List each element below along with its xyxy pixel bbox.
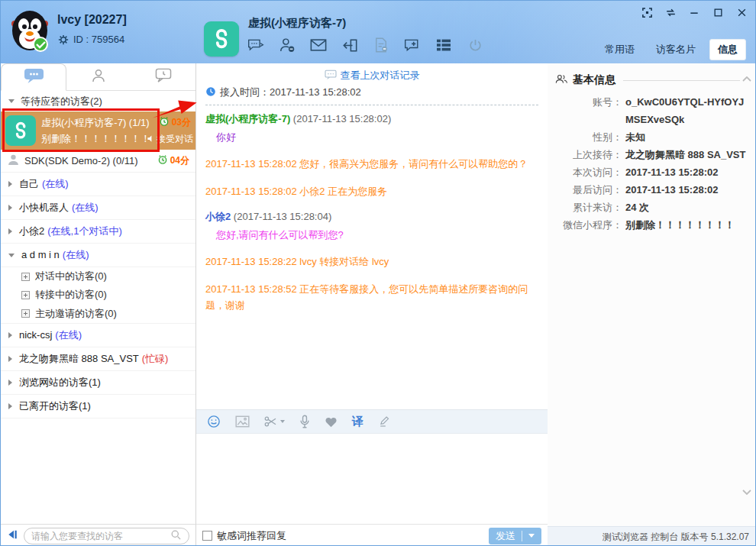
sidebar-item-transferring[interactable]: 转接中的访客(0) xyxy=(1,286,195,304)
chevron-up-icon[interactable] xyxy=(742,73,751,84)
pencil-icon[interactable] xyxy=(378,415,391,428)
sensitive-words-label: 敏感词推荐回复 xyxy=(217,529,286,543)
sidebar-group-left[interactable]: 已离开的访客(1) xyxy=(1,395,195,418)
view-history-label: 查看上次对话记录 xyxy=(341,69,420,82)
plus-box-icon[interactable] xyxy=(21,291,30,299)
sidebar-item-in-conversation[interactable]: 对话中的访客(0) xyxy=(1,267,195,286)
sidebar-tabs xyxy=(1,63,195,91)
sidebar-group-dragon[interactable]: 龙之吻舞黑暗 888 SA_VST(忙碌) xyxy=(1,347,195,371)
visitor-title: 虚拟(小程序访客-7) (1/1) xyxy=(41,116,150,130)
minimize-icon[interactable] xyxy=(688,6,700,18)
status-text: 测试浏览器 控制台 版本号 5.1.32.07 xyxy=(603,531,749,544)
group-label: 等待应答的访客(2) xyxy=(21,95,102,108)
collapse-icon[interactable] xyxy=(7,529,18,542)
gear-icon[interactable] xyxy=(57,34,69,45)
search-icon[interactable] xyxy=(170,529,182,543)
group-name: 小徐2 xyxy=(19,225,44,237)
group-status: (在线) xyxy=(72,202,99,213)
sidebar-group-self[interactable]: 自己(在线) xyxy=(1,173,195,196)
visitor-search-input[interactable] xyxy=(31,531,170,541)
message-time: (2017-11-13 15:28:04) xyxy=(234,211,331,222)
sidebar-group-nick-csj[interactable]: nick-csj(在线) xyxy=(1,324,195,347)
image-icon[interactable] xyxy=(235,415,250,428)
sidebar-group-browsing[interactable]: 浏览网站的访客(1) xyxy=(1,371,195,395)
clock-icon xyxy=(205,86,216,99)
field-value: 未知 xyxy=(622,128,752,146)
status-bar: 测试浏览器 控制台 版本号 5.1.32.07 xyxy=(548,526,756,546)
field-gender: 性别： 未知 xyxy=(551,128,752,146)
mail-icon[interactable] xyxy=(309,36,328,54)
group-waiting-visitors[interactable]: 等待应答的访客(2) xyxy=(1,91,195,111)
group-name: a d m i n xyxy=(21,249,60,260)
child-label: 对话中的访客(0) xyxy=(35,270,107,283)
chevron-down-icon[interactable] xyxy=(742,486,751,497)
tab-conversations[interactable] xyxy=(1,63,66,91)
accept-chat-button[interactable]: 接受对话 xyxy=(147,133,193,146)
switch-icon[interactable] xyxy=(664,6,677,18)
heart-icon[interactable] xyxy=(325,416,338,428)
person-tab-icon xyxy=(91,68,106,86)
mic-icon[interactable] xyxy=(299,415,310,428)
chevron-right-icon xyxy=(8,205,12,211)
send-options-caret[interactable] xyxy=(528,534,535,538)
panel-title: 基本信息 xyxy=(573,73,615,87)
accept-chat-label: 接受对话 xyxy=(157,133,193,146)
chat-column: 查看上次对话记录 接入时间：2017-11-13 15:28:02 虚拟(小程序… xyxy=(196,63,548,546)
agent-id: ID : 759564 xyxy=(73,34,124,45)
tab-visitor-card[interactable]: 访客名片 xyxy=(648,40,703,60)
tab-colleagues[interactable] xyxy=(66,63,131,90)
message-text: 你好 xyxy=(216,131,538,144)
chevron-down-icon xyxy=(280,420,285,423)
group-name: 龙之吻舞黑暗 888 SA_VST xyxy=(19,353,139,364)
group-status: (在线) xyxy=(55,329,82,341)
field-value: 2017-11-13 15:28:02 xyxy=(622,163,752,181)
chat-transfer-icon[interactable] xyxy=(247,36,265,54)
message-agent-header: 小徐2 (2017-11-13 15:28:04) xyxy=(205,210,538,224)
plus-box-icon[interactable] xyxy=(21,309,30,318)
remove-person-icon[interactable] xyxy=(278,36,296,54)
screenshot-icon[interactable] xyxy=(641,6,653,18)
scissors-icon[interactable] xyxy=(264,415,285,428)
file-remove-icon[interactable] xyxy=(372,36,390,54)
group-status: (在线) xyxy=(42,178,69,189)
emoji-icon[interactable] xyxy=(207,415,221,428)
comment-add-icon[interactable] xyxy=(403,36,422,54)
power-icon[interactable] xyxy=(466,36,484,54)
message-sender: 虚拟(小程序访客-7) xyxy=(205,113,290,124)
sensitive-words-checkbox[interactable] xyxy=(202,531,212,541)
visitor-item-sdk[interactable]: SDK(SDK Demo-2) (0/11) 04分 xyxy=(1,150,195,173)
field-current-visit: 本次访问： 2017-11-13 15:28:02 xyxy=(551,163,752,181)
tab-history[interactable] xyxy=(131,63,195,90)
end-session-icon[interactable] xyxy=(341,36,359,54)
summary-list-icon[interactable] xyxy=(435,36,453,54)
tab-info[interactable]: 信息 xyxy=(709,39,746,60)
system-message: 2017-11-13 15:28:02 小徐2 正在为您服务 xyxy=(205,183,538,199)
message-visitor-header: 虚拟(小程序访客-7) (2017-11-13 15:28:02) xyxy=(205,112,538,126)
view-history-link[interactable]: 查看上次对话记录 xyxy=(205,67,538,84)
tab-common-phrases[interactable]: 常用语 xyxy=(597,40,642,60)
sidebar-group-robot[interactable]: 小快机器人(在线) xyxy=(1,196,195,220)
app-window: lvcy [20227] ID : 759564 虚拟(小程序访客-7) xyxy=(0,0,756,546)
conversation-toolbar xyxy=(247,36,484,54)
hand-icon xyxy=(147,134,155,145)
chevron-right-icon xyxy=(8,228,12,234)
maximize-icon[interactable] xyxy=(712,6,724,18)
translate-icon[interactable]: 译 xyxy=(352,415,363,429)
sidebar-item-invited[interactable]: 主动邀请的访客(0) xyxy=(1,304,195,324)
field-value: o_KwC0U6YTQL-HYfOYJMSEXveSQk xyxy=(622,93,751,128)
group-name: nick-csj xyxy=(19,329,52,341)
field-label: 累计来访： xyxy=(551,199,622,216)
plus-box-icon[interactable] xyxy=(21,273,30,281)
alarm-clock-icon xyxy=(157,154,168,167)
sidebar-group-admin[interactable]: a d m i n(在线) xyxy=(1,244,195,267)
close-icon[interactable] xyxy=(735,6,748,18)
message-input-area[interactable] xyxy=(196,434,548,524)
field-label: 微信小程序： xyxy=(551,216,622,234)
sidebar-group-xiaoxu2[interactable]: 小徐2(在线,1个对话中) xyxy=(1,220,195,244)
visitor-item-selected[interactable]: 虚拟(小程序访客-7) (1/1) 别删除！！！！！！！！！ xyxy=(1,111,195,150)
visitor-subtitle: 别删除！！！！！！！！！ xyxy=(41,132,147,146)
conversation-title: 虚拟(小程序访客-7) xyxy=(248,16,346,31)
send-button[interactable]: 发送 xyxy=(489,528,541,544)
field-label: 最后访问： xyxy=(551,181,622,199)
history-bubble-icon xyxy=(325,69,337,82)
